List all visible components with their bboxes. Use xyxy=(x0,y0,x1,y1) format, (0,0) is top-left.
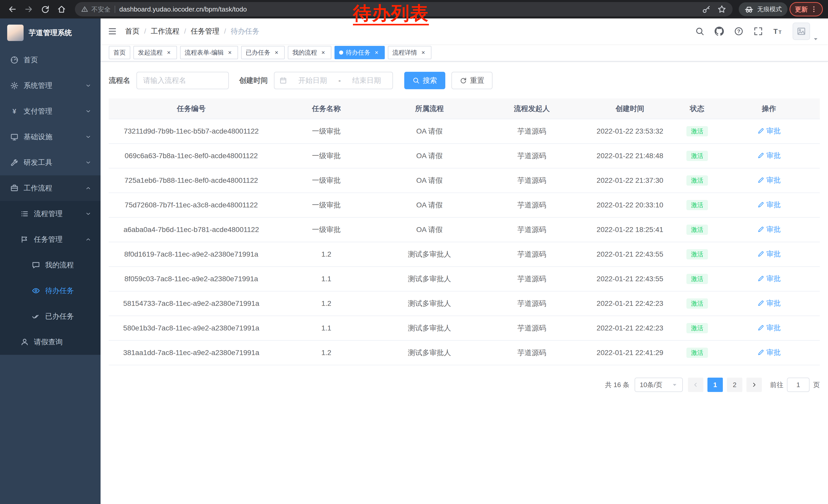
chat-icon xyxy=(32,261,40,269)
page-button-1[interactable]: 1 xyxy=(707,378,723,392)
approve-link[interactable]: 审批 xyxy=(757,299,781,308)
cell-status: 激活 xyxy=(676,119,718,144)
sidebar-item-dev-tools[interactable]: 研发工具 xyxy=(0,150,100,175)
svg-text:¥: ¥ xyxy=(12,107,16,115)
status-badge: 激活 xyxy=(687,348,708,358)
tab-1[interactable]: 发起流程× xyxy=(133,46,177,59)
main-area: 首页/工作流程/任务管理/待办任务 ? TT 首页发起流程×流程表单-编辑×已办… xyxy=(100,18,828,504)
cell-name: 1.2 xyxy=(274,242,379,267)
breadcrumb-item[interactable]: 工作流程 xyxy=(151,27,179,36)
browser-update-button[interactable]: 更新 xyxy=(790,2,823,16)
chevron-down-icon xyxy=(85,211,91,217)
tab-close-icon[interactable]: × xyxy=(420,49,427,56)
github-button[interactable] xyxy=(715,27,724,36)
edit-icon xyxy=(757,300,764,307)
tab-4[interactable]: 我的流程× xyxy=(288,46,331,59)
approve-link[interactable]: 审批 xyxy=(757,274,781,283)
avatar[interactable] xyxy=(793,22,810,40)
bookmark-star-icon[interactable] xyxy=(717,5,727,14)
cell-process: OA 请假 xyxy=(379,144,480,168)
sidebar-item-done-tasks[interactable]: 已办任务 xyxy=(0,304,100,329)
prev-page-button[interactable] xyxy=(688,378,703,392)
flag-icon xyxy=(20,235,29,243)
page-button-2[interactable]: 2 xyxy=(727,378,742,392)
font-size-button[interactable]: TT xyxy=(773,27,782,36)
browser-back-button[interactable] xyxy=(5,2,19,16)
sidebar-item-system[interactable]: 系统管理 xyxy=(0,73,100,98)
process-name-input[interactable] xyxy=(136,72,229,89)
table-row: 069c6a63-7b8a-11ec-8ef0-acde48001122一级审批… xyxy=(109,144,820,168)
password-key-icon[interactable] xyxy=(702,5,711,14)
approve-link[interactable]: 审批 xyxy=(757,348,781,357)
incognito-badge: 无痕模式 xyxy=(739,2,787,16)
tab-close-icon[interactable]: × xyxy=(226,49,234,56)
cell-starter: 芋道源码 xyxy=(480,242,584,267)
cell-action: 审批 xyxy=(718,193,820,217)
sidebar-item-label: 已办任务 xyxy=(45,312,74,321)
cell-name: 一级审批 xyxy=(274,119,379,144)
breadcrumb-separator: / xyxy=(184,27,186,35)
browser-forward-button[interactable] xyxy=(22,2,36,16)
cell-name: 1.1 xyxy=(274,316,379,340)
sidebar-item-leave-query[interactable]: 请假查询 xyxy=(0,329,100,355)
approve-link[interactable]: 审批 xyxy=(757,225,781,234)
approve-link-label: 审批 xyxy=(767,175,781,185)
browser-home-button[interactable] xyxy=(54,2,69,16)
sidebar-item-my-process[interactable]: 我的流程 xyxy=(0,252,100,278)
breadcrumb-item[interactable]: 首页 xyxy=(125,27,139,36)
sidebar-item-payment[interactable]: ¥支付管理 xyxy=(0,98,100,124)
sidebar-item-home[interactable]: 首页 xyxy=(0,47,100,73)
app-logo[interactable]: 芋道管理系统 xyxy=(0,18,100,47)
approve-link[interactable]: 审批 xyxy=(757,126,781,136)
cell-name: 一级审批 xyxy=(274,193,379,217)
help-button[interactable]: ? xyxy=(734,27,743,36)
sidebar-item-todo-tasks[interactable]: 待办任务 xyxy=(0,278,100,304)
home-icon xyxy=(57,5,66,14)
approve-link-label: 审批 xyxy=(767,151,781,161)
tab-close-icon[interactable]: × xyxy=(165,49,172,56)
page-buttons: 12 xyxy=(688,378,762,392)
sidebar-item-infrastructure[interactable]: 基础设施 xyxy=(0,124,100,150)
sidebar-item-workflow[interactable]: 工作流程 xyxy=(0,175,100,201)
tab-2[interactable]: 流程表单-编辑× xyxy=(180,46,238,59)
approve-link[interactable]: 审批 xyxy=(757,175,781,185)
header-search-button[interactable] xyxy=(695,27,704,36)
tab-close-icon[interactable]: × xyxy=(373,49,380,56)
status-badge: 激活 xyxy=(687,323,708,333)
tab-3[interactable]: 已办任务× xyxy=(241,46,285,59)
tab-0[interactable]: 首页 xyxy=(109,46,130,59)
create-time-range-picker[interactable]: 开始日期 - 结束日期 xyxy=(274,72,393,89)
breadcrumb-item[interactable]: 任务管理 xyxy=(191,27,219,36)
cell-id: 725a1eb6-7b88-11ec-8ef0-acde48001122 xyxy=(109,168,274,193)
next-page-button[interactable] xyxy=(746,378,762,392)
sidebar-item-process-management[interactable]: 流程管理 xyxy=(0,201,100,227)
table-row: 8f0d1619-7ac8-11ec-a9e2-a2380e71991a1.2测… xyxy=(109,242,820,267)
tab-6[interactable]: 流程详情× xyxy=(388,46,431,59)
browser-menu-icon[interactable] xyxy=(810,6,818,13)
page-size-select[interactable]: 10条/页 xyxy=(634,378,683,392)
cell-created: 2022-01-22 23:53:32 xyxy=(584,119,676,144)
user-menu[interactable] xyxy=(793,22,819,40)
sidebar-toggle-button[interactable] xyxy=(108,27,117,36)
column-header: 所属流程 xyxy=(379,98,480,119)
approve-link[interactable]: 审批 xyxy=(757,151,781,161)
tab-close-icon[interactable]: × xyxy=(320,49,327,56)
security-indicator[interactable]: 不安全 xyxy=(81,5,111,13)
cell-created: 2022-01-22 18:25:41 xyxy=(584,217,676,242)
cell-process: 测试多审批人 xyxy=(379,242,480,267)
sidebar-item-task-management[interactable]: 任务管理 xyxy=(0,227,100,252)
goto-page-input[interactable] xyxy=(787,378,810,392)
approve-link[interactable]: 审批 xyxy=(757,249,781,259)
tab-close-icon[interactable]: × xyxy=(273,49,280,56)
chevron-up-icon xyxy=(85,185,91,191)
cell-id: 8f059c03-7ac8-11ec-a9e2-a2380e71991a xyxy=(109,267,274,291)
approve-link[interactable]: 审批 xyxy=(757,200,781,210)
sidebar: 芋道管理系统 首页系统管理¥支付管理基础设施研发工具工作流程流程管理任务管理我的… xyxy=(0,18,100,504)
logo-avatar xyxy=(7,25,24,41)
approve-link[interactable]: 审批 xyxy=(757,323,781,333)
browser-refresh-button[interactable] xyxy=(38,2,52,16)
search-button[interactable]: 搜索 xyxy=(404,72,445,89)
reset-button[interactable]: 重置 xyxy=(451,72,493,89)
fullscreen-button[interactable] xyxy=(754,27,763,36)
tab-5[interactable]: 待办任务× xyxy=(334,46,385,59)
